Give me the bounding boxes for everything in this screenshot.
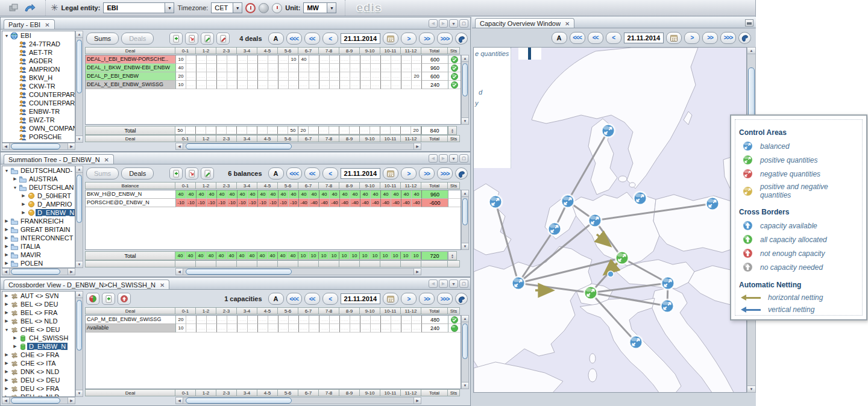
nav-all-button[interactable]: A [552, 32, 567, 44]
hour-cell[interactable]: -10 [268, 199, 278, 207]
hour-cell[interactable]: -40 [309, 199, 319, 207]
hour-cell[interactable]: ..... [381, 324, 391, 333]
expander-closed-icon[interactable]: ▶ [12, 336, 18, 340]
expander-closed-icon[interactable]: ▶ [4, 261, 10, 266]
expander-closed-icon[interactable]: ▶ [4, 219, 10, 223]
hour-cell[interactable]: ..... [237, 72, 248, 81]
table-row[interactable]: BKW_H@D_ENBW_N40404040404040404040404040… [86, 190, 461, 199]
hour-cell[interactable]: ..... [186, 81, 197, 89]
nav-next2-button[interactable]: >> [419, 33, 435, 45]
hour-cell[interactable]: ..... [381, 81, 391, 89]
nav-next3-button[interactable]: >>> [437, 293, 453, 305]
nav-all-button[interactable]: A [268, 293, 284, 305]
table-vertical-scrollbar[interactable]: ▲▼ [461, 190, 469, 250]
table-row[interactable]: CAP_M_EBI_ENBW_SWISSG20.................… [86, 316, 461, 324]
scroll-thumb[interactable] [462, 323, 468, 359]
mini-node-icon[interactable] [608, 271, 614, 277]
nav-next2-button[interactable]: >> [419, 167, 435, 180]
tree-item-dnk-nld[interactable]: ▶DNK <> NLD [2, 367, 75, 376]
scroll-down-arrow-icon[interactable]: ▼ [462, 382, 468, 389]
control-area-node-GB[interactable] [488, 195, 503, 210]
hour-cell[interactable]: ..... [360, 324, 371, 333]
nav-prev1-button[interactable]: < [322, 33, 338, 45]
handset-icon[interactable] [455, 293, 468, 305]
hour-cell[interactable]: 10 [401, 252, 411, 260]
scroll-down-arrow-icon[interactable]: ▼ [76, 390, 83, 396]
hour-cell[interactable]: ..... [401, 324, 412, 333]
hour-cell[interactable]: 40 [186, 190, 197, 199]
hour-cell[interactable]: ..... [237, 316, 248, 324]
hour-cell[interactable]: ..... [268, 81, 278, 89]
hour-cell[interactable]: -40 [401, 199, 412, 207]
tab-menu-icon[interactable]: ▼ [449, 19, 458, 28]
hour-cell[interactable]: 40 [299, 55, 309, 64]
tree-horizontal-scrollbar[interactable]: ◀▶ [2, 143, 75, 150]
tab-scroll-right-icon[interactable]: ▶ [439, 19, 448, 28]
row-label[interactable]: Available [86, 324, 176, 333]
hour-cell[interactable]: ..... [360, 64, 371, 72]
hour-cell[interactable]: ..... [289, 324, 299, 333]
nav-prev3-button[interactable]: <<< [286, 167, 302, 180]
scroll-track[interactable] [10, 143, 68, 149]
hour-cell[interactable]: ..... [340, 55, 350, 64]
scroll-up-arrow-icon[interactable]: ▲ [462, 190, 468, 197]
tree-horizontal-scrollbar[interactable]: ◀▶ [2, 397, 75, 404]
control-area-node-AT[interactable] [661, 276, 676, 291]
hour-cell[interactable]: 40 [248, 190, 258, 199]
close-icon[interactable]: ✕ [45, 22, 49, 28]
hour-cell[interactable]: ..... [401, 72, 412, 81]
scroll-track[interactable] [76, 173, 83, 261]
hour-cell[interactable]: -10 [176, 199, 186, 207]
tab-scroll-left-icon[interactable]: ◀ [429, 154, 438, 163]
hour-cell[interactable]: 40 [309, 190, 319, 199]
nav-next3-button[interactable]: >>> [437, 33, 453, 45]
hour-cell[interactable]: 40 [237, 190, 248, 199]
hour-cell[interactable]: ..... [330, 55, 340, 64]
table-horizontal-scrollbar[interactable]: ◀▶ [175, 268, 421, 275]
hour-cell[interactable]: ..... [258, 72, 268, 81]
hour-cell[interactable]: ..... [350, 316, 360, 324]
tree-horizontal-scrollbar[interactable]: ◀▶ [2, 268, 75, 275]
hour-cell[interactable]: ..... [248, 72, 258, 81]
hour-cell[interactable]: ..... [268, 126, 278, 134]
hour-cell[interactable]: 10 [176, 55, 186, 64]
tree-item-amprion[interactable]: AMPRION [2, 65, 75, 73]
hour-cell[interactable]: ..... [278, 55, 289, 64]
hour-cell[interactable]: ..... [371, 55, 381, 64]
hour-cell[interactable]: ..... [350, 72, 360, 81]
scroll-right-arrow-icon[interactable]: ▶ [414, 269, 421, 275]
hour-cell[interactable]: ..... [319, 81, 330, 89]
maximize-icon[interactable]: ▢ [459, 154, 468, 163]
control-area-node-BE[interactable] [547, 222, 562, 237]
hour-cell[interactable]: ..... [371, 81, 381, 89]
nav-next1-button[interactable]: > [401, 33, 417, 45]
maximize-icon[interactable]: ▢ [459, 280, 468, 288]
nav-next2-button[interactable]: >> [702, 32, 718, 44]
hour-cell[interactable]: ..... [217, 55, 227, 64]
hour-cell[interactable]: -10 [207, 199, 217, 207]
hour-cell[interactable]: 10 [339, 252, 350, 260]
control-area-node-DE_S[interactable] [615, 251, 630, 266]
scroll-right-arrow-icon[interactable]: ▶ [414, 143, 421, 149]
hour-cell[interactable]: ..... [360, 316, 371, 324]
scroll-up-arrow-icon[interactable]: ▲ [747, 48, 755, 54]
hour-cell[interactable]: ..... [329, 126, 339, 134]
scroll-thumb[interactable] [77, 175, 82, 223]
hour-cell[interactable]: -10 [237, 199, 248, 207]
nav-next1-button[interactable]: > [401, 293, 417, 305]
hour-cell[interactable]: ..... [207, 81, 217, 89]
tree-item-che-ita[interactable]: ▶CHE <> ITA [2, 359, 75, 367]
spinner[interactable]: ▲▼ [448, 126, 457, 135]
hour-cell[interactable]: 40 [391, 190, 401, 199]
tree-item-interconnect[interactable]: ▶INTERCONNECT [2, 234, 75, 242]
table-row[interactable]: DEAL_P_EBI_ENBW20.......................… [86, 72, 461, 81]
scroll-track[interactable] [10, 398, 68, 404]
tree-item-d-enbw-n[interactable]: ▶D_ENBW_N [2, 342, 75, 351]
hour-cell[interactable]: ..... [237, 126, 247, 134]
hour-cell[interactable]: ..... [360, 126, 370, 134]
hour-cell[interactable]: 20 [411, 126, 421, 134]
hour-cell[interactable]: ..... [350, 324, 360, 333]
tree-item-ch-swissh[interactable]: ▶CH_SWISSH [2, 334, 75, 342]
hour-cell[interactable]: ..... [227, 81, 237, 89]
maximize-icon[interactable]: ▢ [459, 19, 468, 28]
